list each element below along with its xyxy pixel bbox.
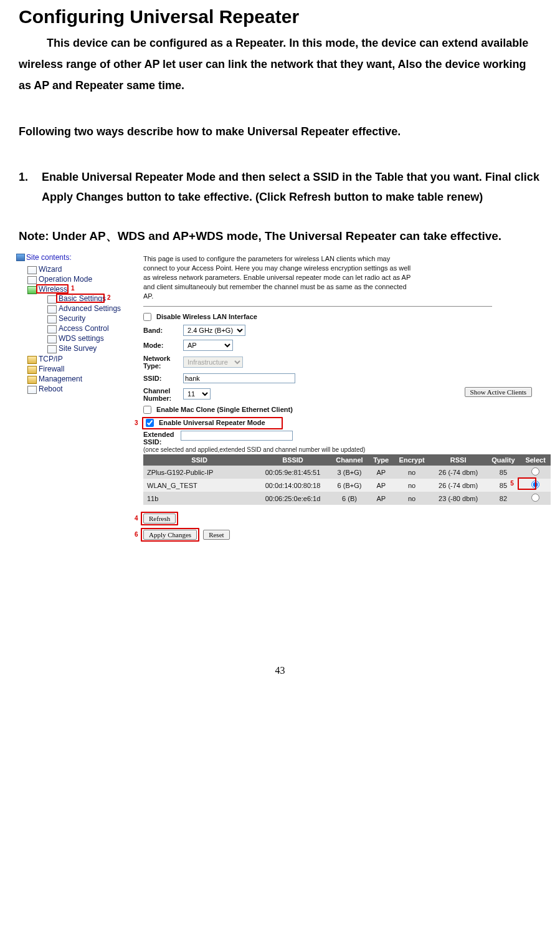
step-1: 1. Enable Universal Repeater Mode and th… — [19, 167, 541, 208]
th-select: Select — [520, 454, 551, 466]
ssid-input[interactable] — [183, 373, 295, 383]
intro-paragraph: This device can be configured as a Repea… — [19, 32, 541, 97]
th-rssi: RSSI — [430, 454, 486, 466]
network-type-label: Network Type: — [143, 355, 183, 370]
step-number: 1. — [19, 167, 28, 208]
sidebar-item-reboot[interactable]: Reboot — [27, 384, 135, 394]
reset-button[interactable]: Reset — [203, 530, 229, 540]
sidebar-item-wds-settings[interactable]: WDS settings — [47, 333, 135, 343]
show-active-clients-button[interactable]: Show Active Clients — [465, 387, 532, 397]
band-label: Band: — [143, 327, 183, 334]
extended-ssid-input[interactable] — [181, 431, 293, 441]
main-panel: This page is used to configure the param… — [138, 251, 551, 590]
mode-label: Mode: — [143, 342, 183, 349]
sidebar-item-firewall[interactable]: Firewall — [27, 364, 135, 374]
extended-ssid-label: Extended SSID: — [143, 431, 177, 446]
ssid-table: SSID BSSID Channel Type Encrypt RSSI Qua… — [143, 454, 551, 505]
sidebar-title: Site contents: — [17, 253, 135, 262]
sidebar-item-management[interactable]: Management — [27, 374, 135, 384]
callout-5: 5 — [510, 480, 514, 487]
sidebar-item-wizard[interactable]: Wizard — [27, 264, 135, 274]
page-description: This page is used to configure the param… — [143, 254, 411, 300]
th-quality: Quality — [486, 454, 521, 466]
callout-3: 3 — [135, 419, 138, 426]
band-select[interactable]: 2.4 GHz (B+G) — [183, 325, 245, 336]
sidebar-item-wireless[interactable]: Wireless 1 Basic Settings 2 Advanced Set… — [27, 284, 135, 354]
network-type-select: Infrastructure — [183, 356, 243, 368]
table-row: WLAN_G_TEST 00:0d:14:00:80:18 6 (B+G) AP… — [143, 479, 551, 492]
sub-paragraph: Following two ways describe how to make … — [19, 125, 541, 138]
sidebar-item-security[interactable]: Security — [47, 313, 135, 323]
sidebar-item-access-control[interactable]: Access Control — [47, 323, 135, 333]
th-bssid: BSSID — [255, 454, 330, 466]
channel-select[interactable]: 11 — [183, 388, 211, 400]
callout-1: 1 — [71, 285, 75, 292]
mac-clone-label: Enable Mac Clone (Single Ethernet Client… — [156, 406, 293, 413]
note-text: Note: Under AP、WDS and AP+WDS mode, The … — [19, 224, 541, 248]
th-channel: Channel — [330, 454, 369, 466]
th-type: Type — [369, 454, 394, 466]
mac-clone-checkbox[interactable] — [143, 406, 151, 414]
sidebar-item-tcpip[interactable]: TCP/IP — [27, 354, 135, 364]
callout-6: 6 — [135, 531, 138, 538]
sidebar-item-advanced-settings[interactable]: Advanced Settings — [47, 304, 135, 313]
disable-wlan-checkbox[interactable] — [143, 313, 151, 321]
page-title: Configuring Universal Repeater — [19, 6, 541, 27]
page-number: 43 — [19, 665, 541, 676]
disable-wlan-label: Disable Wireless LAN Interface — [156, 313, 257, 320]
step-text: Enable Universal Repeater Mode and then … — [42, 167, 541, 208]
select-radio-0[interactable] — [531, 467, 539, 476]
config-screenshot: Site contents: Wizard Operation Mode Wir… — [14, 251, 551, 590]
extended-ssid-note: (once selected and applied,extended SSID… — [143, 446, 551, 453]
callout-2: 2 — [107, 294, 111, 301]
ssid-label: SSID: — [143, 375, 183, 382]
th-ssid: SSID — [143, 454, 255, 466]
sidebar: Site contents: Wizard Operation Mode Wir… — [14, 251, 138, 590]
callout-4: 4 — [135, 515, 138, 522]
th-encrypt: Encrypt — [394, 454, 430, 466]
channel-label: Channel Number: — [143, 387, 183, 402]
table-row: ZPlus-G192-Public-IP 00:05:9e:81:45:51 3… — [143, 466, 551, 479]
sidebar-item-site-survey[interactable]: Site Survey — [47, 343, 135, 353]
sidebar-item-operation-mode[interactable]: Operation Mode — [27, 274, 135, 284]
divider — [143, 306, 492, 307]
table-row: 11b 00:06:25:0e:e6:1d 6 (B) AP no 23 (-8… — [143, 492, 551, 505]
mode-select[interactable]: AP — [183, 340, 233, 351]
select-radio-2[interactable] — [531, 494, 539, 502]
sidebar-item-basic-settings[interactable]: Basic Settings 2 — [47, 294, 135, 304]
